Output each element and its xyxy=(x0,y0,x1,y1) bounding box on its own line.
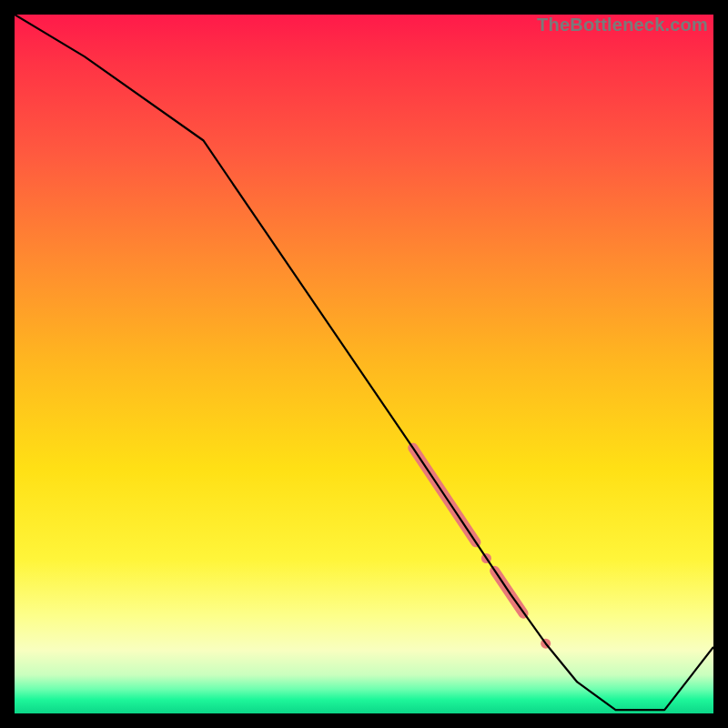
chart-frame: { "watermark": "TheBottleneck.com", "cha… xyxy=(0,0,728,728)
main-curve xyxy=(15,15,713,710)
plot-area: TheBottleneck.com xyxy=(15,15,713,713)
chart-svg xyxy=(15,15,713,713)
